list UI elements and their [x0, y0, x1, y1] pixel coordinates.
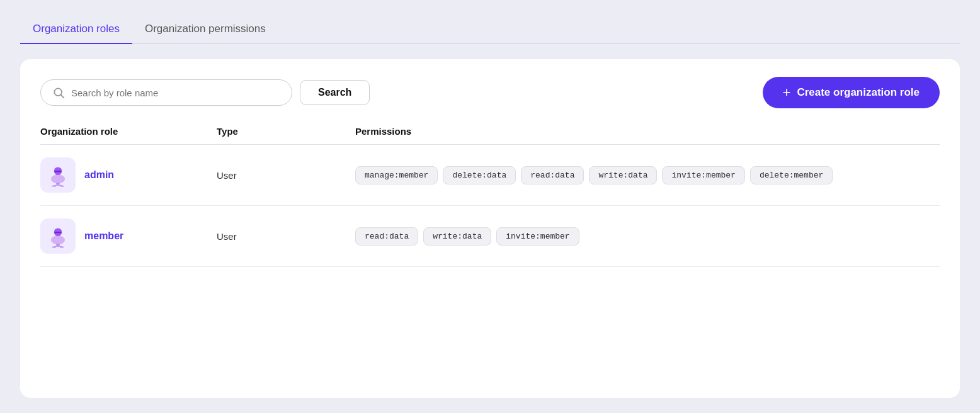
table-row: adminUsermanage:memberdelete:dataread:da…: [40, 145, 940, 206]
search-icon: [52, 86, 65, 99]
role-cell-member: member: [40, 218, 217, 254]
search-input-wrapper: [40, 79, 292, 106]
page-wrapper: Organization roles Organization permissi…: [0, 0, 980, 413]
permission-badge: delete:member: [750, 166, 833, 184]
table-header: Organization role Type Permissions: [40, 126, 940, 145]
main-card: Search + Create organization role Organi…: [20, 59, 960, 398]
role-type-member: User: [217, 231, 355, 242]
create-button-label: Create organization role: [797, 86, 920, 99]
role-avatar-member: [40, 218, 76, 254]
permission-badge: invite:member: [662, 166, 744, 184]
permission-badge: manage:member: [355, 166, 438, 184]
permission-badge: delete:data: [443, 166, 516, 184]
avatar-icon: [44, 161, 72, 189]
role-name-member[interactable]: member: [84, 230, 123, 242]
col-header-permissions: Permissions: [355, 126, 940, 137]
role-cell-admin: admin: [40, 157, 217, 193]
permission-badge: read:data: [355, 227, 418, 246]
search-button[interactable]: Search: [300, 80, 370, 105]
tab-org-roles[interactable]: Organization roles: [20, 15, 132, 44]
col-header-type: Type: [217, 126, 355, 137]
role-avatar-admin: [40, 157, 76, 193]
permissions-cell-member: read:datawrite:datainvite:member: [355, 227, 940, 246]
table-row: memberUserread:datawrite:datainvite:memb…: [40, 206, 940, 267]
tabs-bar: Organization roles Organization permissi…: [20, 15, 960, 44]
avatar-icon: [44, 222, 72, 250]
role-name-admin[interactable]: admin: [84, 169, 114, 181]
svg-rect-5: [56, 183, 60, 185]
search-row: Search + Create organization role: [40, 77, 940, 108]
permissions-cell-admin: manage:memberdelete:dataread:datawrite:d…: [355, 166, 940, 184]
svg-rect-13: [56, 244, 60, 246]
table-body: adminUsermanage:memberdelete:dataread:da…: [40, 145, 940, 267]
svg-point-10: [51, 235, 65, 244]
permission-badge: invite:member: [496, 227, 579, 246]
search-input[interactable]: [71, 88, 280, 98]
plus-icon: +: [783, 86, 791, 99]
svg-point-2: [51, 174, 65, 183]
create-org-role-button[interactable]: + Create organization role: [763, 77, 940, 108]
permission-badge: read:data: [521, 166, 584, 184]
permission-badge: write:data: [589, 166, 657, 184]
svg-rect-12: [55, 232, 62, 233]
svg-line-1: [61, 95, 64, 98]
svg-rect-4: [55, 171, 62, 172]
col-header-role: Organization role: [40, 126, 217, 137]
tab-org-permissions[interactable]: Organization permissions: [132, 15, 278, 44]
role-type-admin: User: [217, 170, 355, 181]
permission-badge: write:data: [423, 227, 491, 246]
